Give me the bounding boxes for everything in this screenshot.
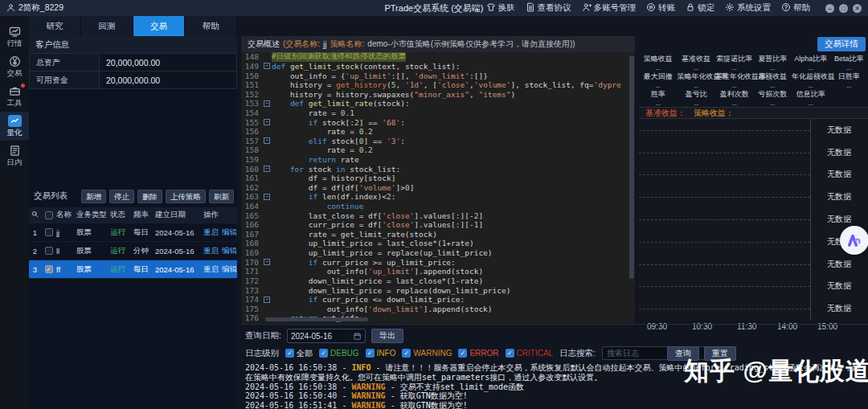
menu-item-label: 查看协议: [538, 2, 571, 14]
checkbox-checked[interactable]: ✓: [506, 349, 514, 358]
editor-horizontal-scrollbar[interactable]: [265, 317, 368, 321]
fold-collapse-icon[interactable]: −: [264, 100, 270, 107]
checkbox-checked[interactable]: ✓: [285, 349, 294, 358]
fold-marker[interactable]: −: [262, 119, 272, 125]
editor-vertical-scrollbar[interactable]: [629, 55, 634, 279]
metric-cell[interactable]: 超额收益--: [753, 72, 791, 89]
metric-cell[interactable]: 盈利次数--: [715, 89, 753, 107]
metric-cell[interactable]: 策略收益--: [639, 54, 677, 72]
minimize-button[interactable]: –: [825, 4, 834, 13]
sidebar-item-trade[interactable]: 交易: [0, 52, 29, 81]
select-all-checkbox[interactable]: [41, 211, 56, 219]
fold-collapse-icon[interactable]: −: [264, 63, 270, 69]
checkbox-checked[interactable]: ✓: [319, 349, 328, 358]
metric-cell[interactable]: 最大回撤--: [639, 72, 677, 89]
row-checkbox[interactable]: [41, 228, 56, 236]
checkbox[interactable]: [45, 211, 53, 219]
code-area[interactable]: 148#日级别回测获取涨停和跌停状态的股票149−def get_limit_s…: [241, 52, 628, 323]
fold-marker[interactable]: −: [262, 259, 272, 265]
log-level-WARNING[interactable]: ✓WARNING: [402, 348, 452, 359]
metric-cell[interactable]: 夏普比率--: [753, 54, 791, 72]
table-row[interactable]: 2ll股票运行分钟2024-05-16重启编辑: [29, 242, 237, 260]
log-level-全部[interactable]: ✓全部: [285, 348, 313, 359]
metric-cell[interactable]: 年化超额收益--: [792, 72, 829, 89]
fold-collapse-icon[interactable]: −: [264, 166, 270, 172]
menu-item-transfer[interactable]: 转账: [646, 2, 675, 14]
metric-cell[interactable]: 基准收益--: [677, 54, 714, 72]
tab-帮助[interactable]: 帮助: [185, 16, 237, 36]
trade-list-button[interactable]: 停止: [109, 190, 134, 203]
fold-collapse-icon[interactable]: −: [264, 194, 270, 200]
table-row[interactable]: 1jj股票运行每日2024-05-16重启编辑: [29, 223, 237, 242]
row-checkbox[interactable]: ✓: [41, 265, 56, 273]
tab-研究[interactable]: 研究: [29, 16, 81, 36]
tab-交易[interactable]: 交易: [133, 16, 186, 36]
code-text: if stock[:2] == '68':: [272, 118, 405, 127]
query-date-input[interactable]: 2024-05-16: [287, 329, 366, 343]
metric-cell[interactable]: 基准年化收益率--: [715, 72, 753, 89]
checkbox[interactable]: ✓: [45, 265, 53, 273]
table-row[interactable]: 3✓ff股票运行每日2024-05-16重启编辑: [29, 260, 237, 279]
action-link-编辑[interactable]: 编辑: [222, 264, 237, 273]
menu-item-gear[interactable]: 系统设置: [725, 2, 771, 14]
menu-item-skin[interactable]: 换肤: [486, 2, 515, 14]
fold-collapse-icon[interactable]: −: [264, 259, 270, 265]
log-level-INFO[interactable]: ✓INFO: [366, 348, 396, 359]
action-link-重启[interactable]: 重启: [203, 246, 219, 255]
search-icon[interactable]: [29, 210, 41, 220]
sidebar-item-tools[interactable]: 工具: [0, 82, 29, 111]
metric-cell[interactable]: 亏损次数--: [753, 89, 791, 107]
action-link-重启[interactable]: 重启: [203, 264, 219, 273]
fold-collapse-icon[interactable]: −: [264, 119, 270, 125]
metric-cell[interactable]: 盈亏比--: [677, 89, 714, 107]
account-switcher[interactable]: 2简称_8229: [0, 2, 63, 14]
action-link-重启[interactable]: 重启: [203, 227, 219, 236]
log-level-ERROR[interactable]: ✓ERROR: [458, 348, 498, 359]
fold-marker[interactable]: −: [262, 297, 272, 303]
checkbox-checked[interactable]: ✓: [402, 349, 411, 358]
close-button[interactable]: ✕: [853, 4, 862, 13]
sidebar-item-quant[interactable]: 量化: [0, 112, 29, 141]
export-button[interactable]: 导出: [371, 329, 403, 343]
sidebar-item-intraday[interactable]: 日内: [0, 141, 29, 170]
trade-list-button[interactable]: 上传策略: [166, 190, 206, 203]
assistant-float-button[interactable]: [840, 226, 868, 255]
trade-list-button[interactable]: 删除: [137, 190, 162, 203]
menu-item-users[interactable]: 多账号管理: [582, 2, 637, 14]
metric-cell[interactable]: Beta比率--: [829, 54, 867, 72]
checkbox[interactable]: [45, 228, 53, 236]
menu-item-doc[interactable]: 查看协议: [526, 2, 571, 14]
checkbox-checked[interactable]: ✓: [366, 349, 375, 358]
trade-list-button[interactable]: 新增: [81, 190, 106, 203]
fold-marker[interactable]: −: [262, 194, 272, 200]
menu-item-help[interactable]: 帮助: [781, 2, 810, 14]
metric-cell[interactable]: 胜率--: [639, 89, 677, 107]
fold-marker[interactable]: −: [262, 137, 272, 144]
checkbox[interactable]: [45, 247, 53, 255]
trade-list-button[interactable]: 刷新: [209, 190, 234, 203]
metric-cell[interactable]: 索提诺比率--: [715, 54, 753, 72]
tab-回测[interactable]: 回测: [81, 16, 133, 36]
trade-detail-button[interactable]: 交易详情: [817, 37, 866, 51]
action-link-编辑[interactable]: 编辑: [222, 246, 237, 255]
fold-collapse-icon[interactable]: −: [264, 297, 270, 303]
action-link-编辑[interactable]: 编辑: [222, 227, 237, 236]
fold-marker[interactable]: −: [262, 100, 272, 107]
sidebar-item-market[interactable]: 行情: [0, 22, 29, 51]
chart-grid-row: 无数据: [639, 186, 868, 208]
no-data-label: 无数据: [810, 125, 868, 136]
menu-item-lock[interactable]: 锁定: [686, 2, 714, 14]
row-checkbox[interactable]: [41, 247, 56, 255]
metric-cell[interactable]: Alpha比率--: [792, 54, 829, 72]
fold-collapse-icon[interactable]: −: [264, 137, 270, 144]
metric-cell[interactable]: 策略年化收益率--: [677, 72, 714, 89]
code-line: 156 rate = 0.2: [241, 127, 628, 137]
log-level-DEBUG[interactable]: ✓DEBUG: [319, 348, 359, 359]
fold-marker[interactable]: −: [262, 63, 272, 69]
metric-cell[interactable]: 日胜率--: [829, 72, 867, 89]
metric-cell[interactable]: 信息比率--: [792, 89, 829, 107]
log-level-CRITICAL[interactable]: ✓CRITICAL: [506, 348, 554, 359]
maximize-button[interactable]: □: [839, 4, 848, 13]
checkbox-checked[interactable]: ✓: [458, 349, 467, 358]
fold-marker[interactable]: −: [262, 166, 272, 172]
